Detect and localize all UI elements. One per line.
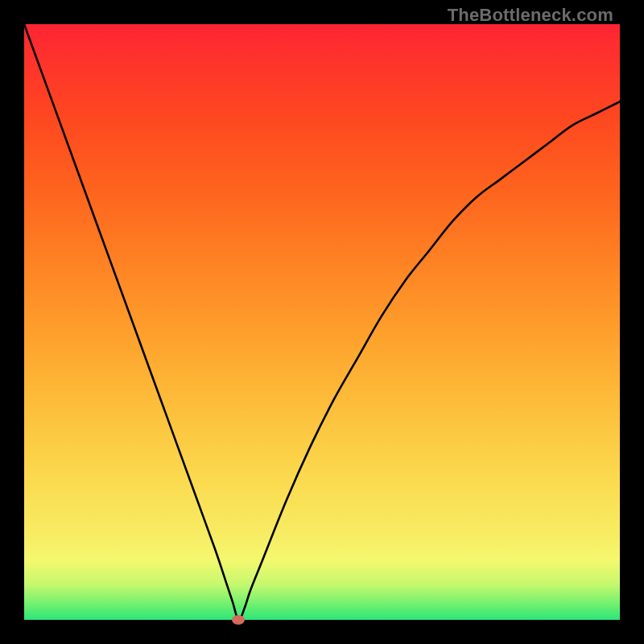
optimum-marker [232, 615, 245, 625]
curve-path [24, 24, 620, 620]
bottleneck-curve [24, 24, 620, 620]
watermark-text: TheBottleneck.com [448, 5, 613, 26]
chart-frame: TheBottleneck.com [0, 0, 644, 644]
plot-area [24, 24, 620, 620]
